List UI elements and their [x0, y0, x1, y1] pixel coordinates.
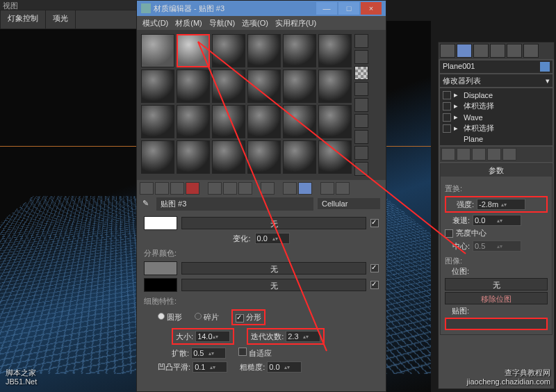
material-slot[interactable] [212, 70, 245, 103]
go-forward-icon[interactable] [336, 182, 350, 195]
menu-options[interactable]: 选项(O) [239, 17, 271, 30]
material-slot[interactable] [141, 140, 174, 174]
utilities-tab-icon[interactable] [523, 44, 539, 58]
tab-item-light[interactable]: 项光 [46, 10, 76, 28]
sample-uv-icon[interactable] [354, 82, 368, 96]
modifier-list-dropdown[interactable]: 修改器列表 ▾ [440, 74, 553, 87]
display-tab-icon[interactable] [507, 44, 522, 58]
material-slot[interactable] [283, 70, 316, 103]
eye-icon[interactable] [443, 113, 451, 122]
hierarchy-tab-icon[interactable] [473, 44, 489, 58]
material-slot[interactable] [247, 140, 281, 174]
backlight-icon[interactable] [354, 50, 368, 64]
slot-count-icon[interactable] [354, 162, 368, 176]
make-copy-icon[interactable] [208, 182, 222, 195]
decay-spinner[interactable]: 0.0▴▾ [473, 215, 521, 226]
material-slot[interactable] [247, 70, 281, 103]
map-enable-checkbox[interactable] [370, 281, 379, 289]
material-id-icon[interactable] [261, 182, 275, 195]
expand-icon[interactable]: ▸ [454, 113, 461, 122]
menu-utilities[interactable]: 实用程序(U) [272, 17, 319, 30]
material-slot[interactable] [141, 105, 174, 138]
material-slot[interactable] [177, 140, 210, 174]
modifier-stack[interactable]: ▸Displace ▸体积选择 ▸Wave ▸体积选择 Plane [440, 88, 553, 145]
map-button-none[interactable]: 无 [181, 279, 366, 291]
material-slot[interactable] [141, 34, 174, 67]
material-slot[interactable] [141, 70, 174, 103]
create-tab-icon[interactable] [440, 44, 455, 58]
strength-spinner[interactable]: -2.8m▴▾ [477, 199, 525, 210]
rollout-header[interactable]: 参数 [441, 164, 552, 177]
lum-center-checkbox[interactable] [445, 229, 453, 238]
material-slot[interactable] [177, 70, 210, 103]
menu-mode[interactable]: 模式(D) [140, 17, 171, 30]
pin-stack-icon[interactable] [441, 148, 455, 161]
color-swatch-gray[interactable] [144, 261, 177, 275]
video-color-icon[interactable] [354, 98, 368, 112]
material-slot[interactable] [283, 34, 316, 67]
map-button-none[interactable]: 无 [181, 262, 366, 275]
size-spinner[interactable]: 14.0▴▾ [195, 331, 230, 342]
background-icon[interactable] [354, 66, 368, 80]
menu-material[interactable]: 材质(M) [172, 17, 205, 30]
preview-icon[interactable] [354, 114, 368, 128]
reset-icon[interactable] [186, 182, 199, 195]
material-slot[interactable] [283, 105, 316, 138]
make-unique-icon[interactable] [472, 148, 486, 161]
material-slot[interactable] [212, 140, 245, 174]
shape-chip-radio[interactable] [195, 313, 202, 320]
put-to-library-icon[interactable] [238, 182, 252, 195]
material-slot[interactable] [212, 34, 245, 67]
remove-bitmap-button[interactable]: 移除位图 [445, 292, 548, 304]
eyedropper-icon[interactable]: ✎ [142, 199, 152, 209]
material-slot[interactable] [318, 140, 352, 174]
put-to-scene-icon[interactable] [155, 182, 169, 195]
bump-spinner[interactable]: 0.1▴▾ [193, 361, 227, 373]
object-color-swatch[interactable] [540, 62, 550, 72]
map-button-none[interactable]: 无 [181, 217, 366, 229]
options-icon[interactable] [354, 130, 368, 144]
modify-tab-icon[interactable] [457, 44, 472, 58]
remove-modifier-icon[interactable] [487, 148, 501, 161]
variation-spinner[interactable]: 0.0▴▾ [255, 233, 290, 244]
material-slot[interactable] [247, 34, 281, 67]
maximize-button[interactable]: □ [338, 2, 359, 15]
map-slot-button[interactable] [445, 318, 548, 330]
spread-spinner[interactable]: 0.5▴▾ [191, 348, 226, 359]
material-slot-selected[interactable] [177, 34, 210, 67]
close-button[interactable]: × [361, 2, 382, 15]
shape-circle-radio[interactable] [158, 313, 165, 320]
material-slot[interactable] [177, 105, 210, 138]
select-by-material-icon[interactable] [354, 146, 368, 160]
map-enable-checkbox[interactable] [370, 219, 379, 227]
color-swatch-black[interactable] [144, 278, 177, 292]
show-end-result-icon[interactable] [298, 182, 312, 195]
material-slot[interactable] [212, 105, 245, 138]
go-parent-icon[interactable] [320, 182, 334, 195]
material-slot[interactable] [283, 140, 316, 174]
material-type-button[interactable]: Cellular [318, 198, 380, 209]
tab-light-control[interactable]: 灯象控制 [1, 10, 46, 28]
expand-icon[interactable]: ▸ [454, 124, 461, 133]
material-slot[interactable] [318, 34, 352, 67]
material-slot[interactable] [247, 105, 281, 138]
iterations-spinner[interactable]: 2.3▴▾ [286, 331, 320, 342]
material-slot[interactable] [318, 70, 352, 103]
get-material-icon[interactable] [140, 182, 154, 195]
material-slot[interactable] [318, 105, 352, 138]
configure-sets-icon[interactable] [502, 148, 516, 161]
map-enable-checkbox[interactable] [370, 264, 379, 272]
sample-type-icon[interactable] [354, 34, 368, 48]
show-in-viewport-icon[interactable] [283, 182, 297, 195]
eye-icon[interactable] [443, 124, 451, 133]
eye-icon[interactable] [443, 102, 451, 111]
bitmap-none-button[interactable]: 无 [445, 278, 548, 291]
material-name-input[interactable]: 贴图 #3 [156, 197, 313, 211]
minimize-button[interactable]: — [316, 2, 337, 15]
menu-navigate[interactable]: 导航(N) [206, 17, 238, 30]
assign-icon[interactable] [170, 182, 184, 195]
expand-icon[interactable]: ▸ [454, 90, 461, 99]
object-name-field[interactable]: Plane001 [440, 60, 553, 73]
material-editor-titlebar[interactable]: 材质编辑器 - 贴图 #3 — □ × [137, 1, 386, 16]
roughness-spinner[interactable]: 0.0▴▾ [267, 361, 302, 373]
